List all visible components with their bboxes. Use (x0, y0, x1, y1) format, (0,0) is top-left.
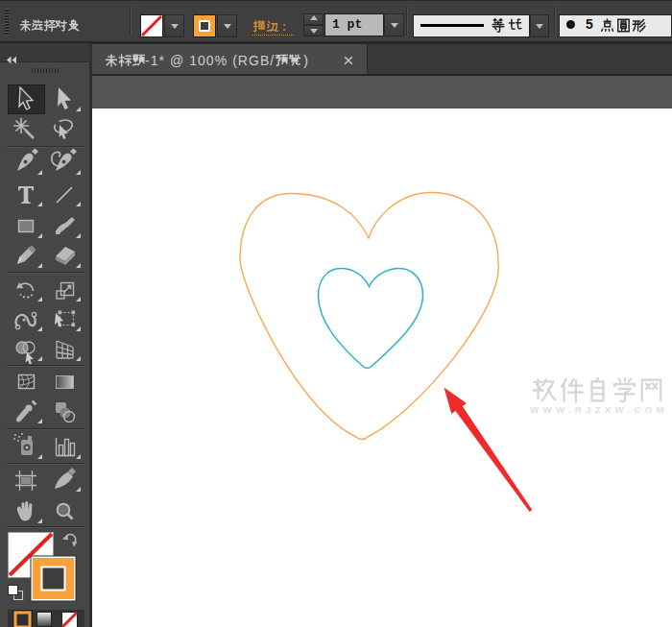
svg-text:WWW.RJZXW.COM: WWW.RJZXW.COM (530, 404, 668, 415)
